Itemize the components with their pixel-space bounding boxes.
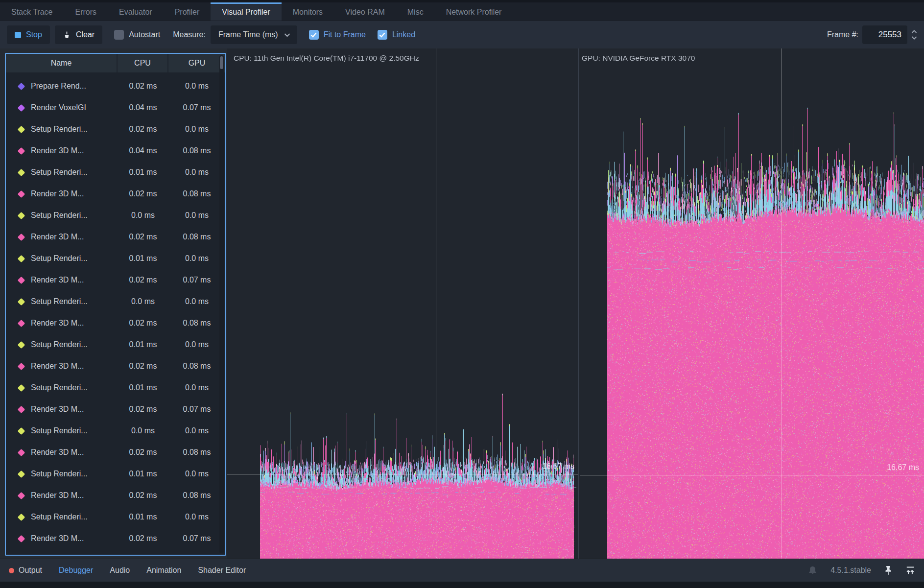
row-cpu-value: 0.01 ms — [118, 340, 168, 349]
table-row[interactable]: Render 3D M... 0.02 ms 0.08 ms — [6, 183, 225, 205]
table-row[interactable]: Setup Renderi... 0.0 ms 0.0 ms — [6, 205, 225, 226]
row-gpu-value: 0.0 ms — [168, 82, 225, 91]
table-row[interactable]: Setup Renderi... 0.0 ms 0.0 ms — [6, 291, 225, 312]
frame-time-graph-area[interactable]: CPU: 11th Gen Intel(R) Core(TM) i7-11700… — [227, 48, 924, 559]
row-name: Render VoxelGI — [31, 103, 86, 112]
category-diamond-icon — [18, 384, 25, 392]
table-row[interactable]: Render 3D M... 0.02 ms 0.07 ms — [6, 528, 225, 549]
frame-number-input[interactable] — [862, 25, 907, 44]
tab-evaluator[interactable]: Evaluator — [108, 2, 164, 21]
spinner-down-icon[interactable] — [911, 36, 917, 40]
table-row[interactable]: Setup Renderi... 0.0 ms 0.0 ms — [6, 420, 225, 442]
tab-profiler[interactable]: Profiler — [164, 2, 211, 21]
category-diamond-icon — [18, 341, 25, 349]
clear-button[interactable]: Clear — [55, 25, 102, 44]
category-diamond-icon — [18, 82, 25, 90]
row-name: Setup Renderi... — [31, 211, 88, 220]
bottom-panel-item-animation[interactable]: Animation — [146, 566, 181, 575]
table-row[interactable]: Render 3D M... 0.02 ms 0.08 ms — [6, 226, 225, 248]
category-diamond-icon — [18, 362, 25, 370]
visual-profiler-main: CPU: 11th Gen Intel(R) Core(TM) i7-11700… — [0, 48, 924, 559]
expand-bottom-panel-icon[interactable] — [905, 566, 915, 575]
row-gpu-value: 0.08 ms — [168, 319, 225, 328]
table-row[interactable]: Setup Renderi... 0.01 ms 0.0 ms — [6, 377, 225, 399]
row-gpu-value: 0.0 ms — [168, 426, 225, 435]
row-gpu-value: 0.07 ms — [168, 534, 225, 543]
table-scrollbar-thumb[interactable] — [220, 56, 223, 69]
bottom-panel-item-audio[interactable]: Audio — [110, 566, 130, 575]
row-name: Setup Renderi... — [31, 168, 88, 177]
category-diamond-icon — [18, 276, 25, 284]
column-header-cpu[interactable]: CPU — [118, 54, 168, 72]
category-diamond-icon — [18, 492, 25, 499]
row-name: Render 3D M... — [31, 319, 84, 328]
tab-errors[interactable]: Errors — [64, 2, 108, 21]
table-row[interactable]: Setup Renderi... 0.01 ms 0.0 ms — [6, 506, 225, 528]
tab-monitors[interactable]: Monitors — [282, 2, 334, 21]
measure-dropdown-value: Frame Time (ms) — [218, 30, 278, 39]
table-row[interactable]: Setup Renderi... 0.02 ms 0.0 ms — [6, 118, 225, 140]
row-cpu-value: 0.02 ms — [118, 534, 168, 543]
linked-checkbox[interactable]: Linked — [378, 30, 415, 40]
table-scrollbar[interactable] — [219, 55, 224, 553]
row-cpu-value: 0.02 ms — [118, 448, 168, 457]
spinner-up-icon[interactable] — [911, 30, 917, 34]
bottom-panel-item-debugger[interactable]: Debugger — [59, 566, 93, 575]
checkbox-checked-icon — [309, 30, 319, 40]
row-name: Render 3D M... — [31, 534, 84, 543]
row-cpu-value: 0.02 ms — [118, 319, 168, 328]
row-name: Render 3D M... — [31, 405, 84, 414]
table-row[interactable]: Render 3D M... 0.02 ms 0.08 ms — [6, 355, 225, 377]
table-row[interactable]: Render 3D M... 0.02 ms 0.08 ms — [6, 312, 225, 334]
flame-graph-canvas[interactable] — [227, 48, 924, 559]
row-cpu-value: 0.0 ms — [118, 426, 168, 435]
row-gpu-value: 0.07 ms — [168, 405, 225, 414]
category-diamond-icon — [18, 319, 25, 327]
tab-stack-trace[interactable]: Stack Trace — [0, 2, 64, 21]
column-header-gpu[interactable]: GPU — [168, 54, 225, 72]
row-gpu-value: 0.0 ms — [168, 383, 225, 392]
tab-visual-profiler[interactable]: Visual Profiler — [211, 2, 281, 21]
table-row[interactable]: Render 3D M... 0.02 ms 0.07 ms — [6, 399, 225, 420]
pin-bottom-panel-icon[interactable] — [884, 565, 893, 575]
frame-number-spinner[interactable] — [911, 30, 917, 40]
table-row[interactable]: Render 3D M... 0.02 ms 0.08 ms — [6, 485, 225, 506]
category-diamond-icon — [18, 298, 25, 306]
table-row[interactable]: Render VoxelGI 0.04 ms 0.07 ms — [6, 97, 225, 118]
table-row[interactable]: Prepare Rend... 0.02 ms 0.0 ms — [6, 75, 225, 97]
row-gpu-value: 0.0 ms — [168, 254, 225, 263]
row-name: Render 3D M... — [31, 362, 84, 371]
measure-dropdown[interactable]: Frame Time (ms) — [211, 25, 297, 44]
category-diamond-icon — [18, 125, 25, 133]
profiler-measurements-table: Name CPU GPU Prepare Rend... 0.02 ms 0.0… — [5, 53, 226, 556]
fit-to-frame-checkbox[interactable]: Fit to Frame — [309, 30, 366, 40]
tab-video-ram[interactable]: Video RAM — [334, 2, 396, 21]
row-cpu-value: 0.01 ms — [118, 470, 168, 478]
row-name: Setup Renderi... — [31, 383, 88, 392]
measure-label: Measure: — [173, 30, 206, 39]
tab-network-profiler[interactable]: Network Profiler — [435, 2, 513, 21]
bottom-panel-item-shader-editor[interactable]: Shader Editor — [198, 566, 246, 575]
clear-brush-icon — [63, 31, 71, 39]
table-row[interactable]: Setup Renderi... 0.01 ms 0.0 ms — [6, 334, 225, 355]
table-row[interactable]: Render 3D M... 0.02 ms 0.08 ms — [6, 442, 225, 463]
notification-bell-icon[interactable] — [807, 565, 818, 576]
category-diamond-icon — [18, 233, 25, 241]
table-row[interactable]: Setup Renderi... 0.01 ms 0.0 ms — [6, 162, 225, 183]
row-gpu-value: 0.08 ms — [168, 189, 225, 198]
category-diamond-icon — [18, 190, 25, 198]
table-row[interactable]: Setup Renderi... 0.01 ms 0.0 ms — [6, 248, 225, 269]
table-row[interactable]: Setup Renderi... 0.01 ms 0.0 ms — [6, 463, 225, 485]
stop-button[interactable]: Stop — [7, 25, 50, 44]
row-gpu-value: 0.0 ms — [168, 513, 225, 521]
table-row[interactable]: Render 3D M... 0.04 ms 0.08 ms — [6, 140, 225, 162]
row-gpu-value: 0.07 ms — [168, 276, 225, 284]
table-row[interactable]: Render 3D M... 0.02 ms 0.07 ms — [6, 269, 225, 291]
bottom-panel-item-output[interactable]: Output — [9, 566, 42, 575]
category-diamond-icon — [18, 104, 25, 112]
tab-misc[interactable]: Misc — [396, 2, 435, 21]
category-diamond-icon — [18, 255, 25, 262]
row-gpu-value: 0.08 ms — [168, 362, 225, 371]
column-header-name[interactable]: Name — [6, 54, 118, 72]
autostart-checkbox[interactable]: Autostart — [114, 30, 160, 40]
